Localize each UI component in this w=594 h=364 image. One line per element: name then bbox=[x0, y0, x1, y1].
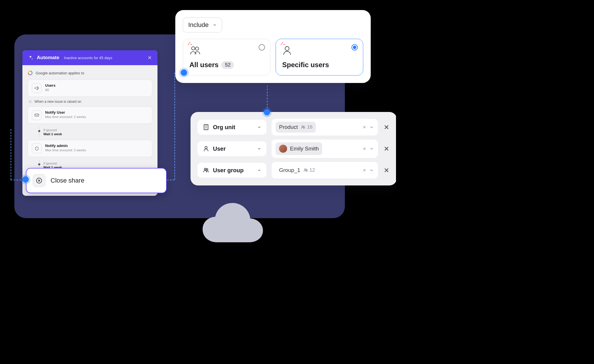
user-icon bbox=[203, 145, 209, 152]
remove-row-icon[interactable] bbox=[383, 124, 390, 131]
svg-point-4 bbox=[30, 101, 31, 102]
option-all-users[interactable]: All users 52 bbox=[183, 39, 270, 75]
google-icon bbox=[28, 70, 33, 75]
close-icon[interactable] bbox=[147, 55, 152, 60]
filter-row-org: Org unit Product 16 bbox=[197, 119, 390, 135]
chip-label: Emily Smith bbox=[290, 146, 319, 152]
remove-chip-icon[interactable] bbox=[362, 147, 366, 151]
connector-dot bbox=[22, 176, 29, 183]
all-users-label: All users bbox=[189, 61, 218, 69]
chip-label: Group_1 bbox=[279, 167, 300, 173]
automate-subtitle: Inactive accounts for 45 days bbox=[64, 56, 112, 60]
option-specific-users[interactable]: Specific users bbox=[276, 39, 363, 75]
automate-body: Google automation applies to Users All W… bbox=[22, 65, 157, 178]
users-group-icon bbox=[203, 167, 209, 174]
chevron-down-icon[interactable] bbox=[369, 168, 374, 173]
remove-chip-icon[interactable] bbox=[362, 125, 366, 129]
sparkle-icon bbox=[28, 55, 33, 61]
automate-header: Automate Inactive accounts for 45 days bbox=[22, 50, 157, 65]
users-icon bbox=[303, 168, 308, 173]
group-type-label: User group bbox=[213, 167, 244, 174]
avatar bbox=[279, 145, 287, 153]
users-card[interactable]: Users All bbox=[28, 80, 152, 97]
org-unit-label: Org unit bbox=[213, 124, 235, 131]
chip-label: Product bbox=[279, 124, 298, 130]
svg-point-15 bbox=[207, 169, 208, 170]
chevron-down-icon bbox=[257, 168, 261, 172]
applies-to-row: Google automation applies to bbox=[28, 70, 152, 75]
automate-title: Automate bbox=[37, 55, 59, 61]
chip-count: 12 bbox=[303, 167, 315, 173]
all-users-count: 52 bbox=[221, 61, 234, 69]
notify-admin-sub: Max time snoozed: 2 weeks bbox=[45, 148, 86, 152]
include-dropdown[interactable]: Include bbox=[183, 18, 222, 32]
notify-admin-card[interactable]: Notify admin Max time snoozed: 2 weeks bbox=[28, 140, 152, 157]
users-icon bbox=[301, 125, 306, 130]
notify-user-sub: Max time snoozed: 2 weeks bbox=[45, 115, 86, 119]
chip-count: 16 bbox=[301, 124, 312, 130]
svg-point-12 bbox=[304, 126, 305, 127]
filter-card: Org unit Product 16 User Emily Smith bbox=[191, 112, 396, 185]
svg-point-7 bbox=[192, 47, 195, 50]
include-label: Include bbox=[188, 21, 209, 29]
chevron-down-icon bbox=[213, 23, 217, 27]
users-sub: All bbox=[45, 88, 55, 92]
group-value[interactable]: Group_1 12 bbox=[272, 162, 378, 179]
notify-admin-title: Notify admin bbox=[45, 144, 86, 148]
connector-dot bbox=[181, 69, 187, 76]
gear-icon bbox=[28, 100, 32, 104]
svg-rect-10 bbox=[204, 125, 208, 130]
building-icon bbox=[203, 124, 209, 131]
ignored-value: Wait 1 week bbox=[43, 132, 152, 136]
org-unit-dropdown[interactable]: Org unit bbox=[197, 120, 266, 135]
when-label: When a new issue is raised on bbox=[34, 100, 81, 104]
ignored-label: If ignored: bbox=[43, 162, 152, 165]
admin-badge-icon bbox=[32, 144, 42, 153]
svg-point-17 bbox=[306, 169, 307, 170]
include-card: Include All users 52 Specific users bbox=[175, 10, 371, 83]
megaphone-icon bbox=[32, 83, 42, 93]
svg-point-11 bbox=[302, 126, 303, 127]
users-group-icon bbox=[189, 45, 201, 56]
mail-icon bbox=[32, 110, 42, 120]
close-share-label: Close share bbox=[51, 177, 84, 184]
spark-accent-icon bbox=[188, 42, 192, 47]
user-icon bbox=[282, 45, 292, 56]
svg-point-8 bbox=[195, 47, 199, 50]
when-line: When a new issue is raised on bbox=[28, 100, 152, 104]
connector-dot bbox=[264, 109, 270, 115]
remove-row-icon[interactable] bbox=[383, 167, 390, 174]
users-title: Users bbox=[45, 83, 55, 88]
svg-point-13 bbox=[205, 146, 207, 149]
chevron-down-icon[interactable] bbox=[369, 146, 374, 151]
chevron-down-icon bbox=[257, 125, 261, 129]
svg-rect-5 bbox=[35, 114, 39, 117]
remove-chip-icon[interactable] bbox=[362, 168, 366, 172]
svg-point-14 bbox=[204, 168, 206, 170]
chevron-down-icon[interactable] bbox=[369, 125, 374, 129]
chevron-down-icon bbox=[257, 147, 261, 151]
close-share-card[interactable]: Close share bbox=[26, 168, 167, 193]
org-unit-value[interactable]: Product 16 bbox=[272, 119, 378, 135]
ignored-block: If ignored: Wait 1 week bbox=[39, 127, 152, 138]
filter-row-user: User Emily Smith bbox=[197, 140, 390, 158]
user-type-label: User bbox=[213, 146, 226, 152]
remove-row-icon[interactable] bbox=[383, 145, 390, 152]
notify-user-title: Notify User bbox=[45, 110, 86, 115]
notify-user-card[interactable]: Notify User Max time snoozed: 2 weeks bbox=[28, 107, 152, 124]
cloud-icon bbox=[200, 199, 266, 243]
radio-unselected[interactable] bbox=[259, 44, 265, 51]
user-value[interactable]: Emily Smith bbox=[272, 140, 378, 158]
radio-selected[interactable] bbox=[351, 44, 358, 51]
specific-users-label: Specific users bbox=[282, 61, 329, 69]
applies-to-label: Google automation applies to bbox=[36, 71, 84, 75]
svg-point-9 bbox=[285, 47, 289, 51]
close-circle-icon bbox=[33, 174, 45, 187]
filter-row-group: User group Group_1 12 bbox=[197, 162, 390, 179]
ignored-label: If ignored: bbox=[43, 128, 152, 132]
user-group-dropdown[interactable]: User group bbox=[197, 163, 266, 178]
connector-line bbox=[11, 129, 11, 180]
svg-point-16 bbox=[304, 169, 306, 170]
spark-accent-icon bbox=[280, 42, 284, 47]
user-dropdown[interactable]: User bbox=[197, 141, 266, 156]
